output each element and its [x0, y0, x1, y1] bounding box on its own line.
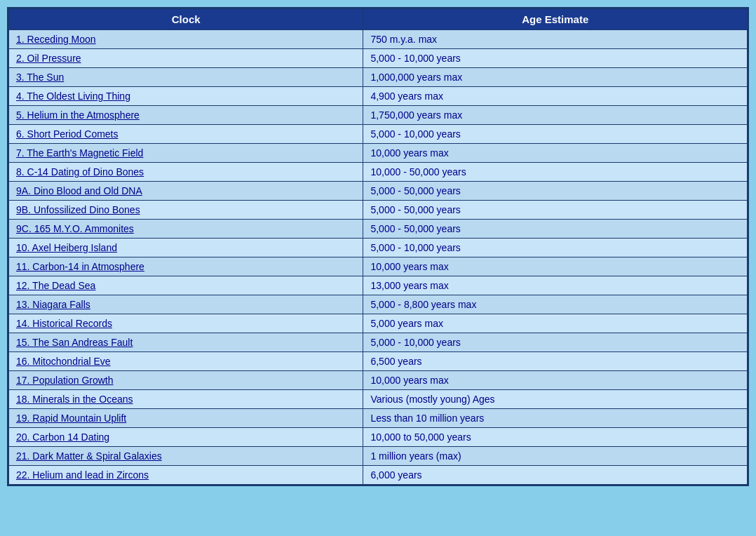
header-clock: Clock [9, 9, 363, 30]
cell-clock: 9B. Unfossilized Dino Bones [9, 201, 363, 220]
cell-age: 5,000 - 50,000 years [363, 201, 748, 220]
table-row: 8. C-14 Dating of Dino Bones10,000 - 50,… [9, 163, 748, 182]
table-row: 19. Rapid Mountain UpliftLess than 10 mi… [9, 409, 748, 428]
cell-clock: 21. Dark Matter & Spiral Galaxies [9, 447, 363, 466]
cell-clock: 16. Mitochondrial Eve [9, 352, 363, 371]
cell-clock: 15. The San Andreas Fault [9, 333, 363, 352]
header-age-estimate: Age Estimate [363, 9, 748, 30]
table-row: 22. Helium and lead in Zircons6,000 year… [9, 466, 748, 485]
cell-age: Less than 10 million years [363, 409, 748, 428]
table-row: 7. The Earth's Magnetic Field10,000 year… [9, 144, 748, 163]
cell-age: 13,000 years max [363, 276, 748, 295]
table-row: 14. Historical Records5,000 years max [9, 314, 748, 333]
table-row: 20. Carbon 14 Dating10,000 to 50,000 yea… [9, 428, 748, 447]
table-row: 3. The Sun1,000,000 years max [9, 68, 748, 87]
table-row: 13. Niagara Falls5,000 - 8,800 years max [9, 295, 748, 314]
table-row: 21. Dark Matter & Spiral Galaxies1 milli… [9, 447, 748, 466]
cell-clock: 19. Rapid Mountain Uplift [9, 409, 363, 428]
cell-clock: 20. Carbon 14 Dating [9, 428, 363, 447]
cell-clock: 14. Historical Records [9, 314, 363, 333]
cell-age: 10,000 years max [363, 371, 748, 390]
cell-age: 6,000 years [363, 466, 748, 485]
cell-age: 10,000 years max [363, 257, 748, 276]
cell-age: 5,000 - 10,000 years [363, 239, 748, 257]
cell-clock: 2. Oil Pressure [9, 49, 363, 68]
cell-clock: 3. The Sun [9, 68, 363, 87]
table-row: 6. Short Period Comets5,000 - 10,000 yea… [9, 125, 748, 144]
cell-age: Various (mostly young) Ages [363, 390, 748, 409]
table-row: 1. Receding Moon750 m.y.a. max [9, 30, 748, 49]
cell-clock: 1. Receding Moon [9, 30, 363, 49]
cell-clock: 5. Helium in the Atmosphere [9, 106, 363, 125]
cell-age: 10,000 - 50,000 years [363, 163, 748, 182]
cell-clock: 17. Population Growth [9, 371, 363, 390]
cell-age: 6,500 years [363, 352, 748, 371]
table-row: 9B. Unfossilized Dino Bones5,000 - 50,00… [9, 201, 748, 220]
cell-clock: 18. Minerals in the Oceans [9, 390, 363, 409]
table-row: 2. Oil Pressure5,000 - 10,000 years [9, 49, 748, 68]
table-row: 11. Carbon-14 in Atmosphere10,000 years … [9, 257, 748, 276]
cell-age: 1,750,000 years max [363, 106, 748, 125]
cell-age: 10,000 years max [363, 144, 748, 163]
cell-age: 5,000 years max [363, 314, 748, 333]
table-row: 17. Population Growth10,000 years max [9, 371, 748, 390]
table-header-row: Clock Age Estimate [9, 9, 748, 30]
table-row: 5. Helium in the Atmosphere1,750,000 yea… [9, 106, 748, 125]
table-row: 18. Minerals in the OceansVarious (mostl… [9, 390, 748, 409]
table-row: 15. The San Andreas Fault5,000 - 10,000 … [9, 333, 748, 352]
table-row: 9C. 165 M.Y.O. Ammonites5,000 - 50,000 y… [9, 220, 748, 239]
cell-clock: 10. Axel Heiberg Island [9, 239, 363, 257]
clocks-table: Clock Age Estimate 1. Receding Moon750 m… [8, 8, 748, 485]
cell-age: 1,000,000 years max [363, 68, 748, 87]
cell-age: 750 m.y.a. max [363, 30, 748, 49]
table-row: 10. Axel Heiberg Island5,000 - 10,000 ye… [9, 239, 748, 257]
cell-age: 5,000 - 10,000 years [363, 125, 748, 144]
cell-clock: 7. The Earth's Magnetic Field [9, 144, 363, 163]
cell-age: 5,000 - 10,000 years [363, 49, 748, 68]
table-row: 16. Mitochondrial Eve6,500 years [9, 352, 748, 371]
table-row: 4. The Oldest Living Thing4,900 years ma… [9, 87, 748, 106]
cell-clock: 9A. Dino Blood and Old DNA [9, 182, 363, 201]
cell-clock: 4. The Oldest Living Thing [9, 87, 363, 106]
cell-clock: 6. Short Period Comets [9, 125, 363, 144]
table-row: 12. The Dead Sea13,000 years max [9, 276, 748, 295]
cell-clock: 22. Helium and lead in Zircons [9, 466, 363, 485]
cell-age: 5,000 - 50,000 years [363, 220, 748, 239]
cell-age: 5,000 - 8,800 years max [363, 295, 748, 314]
cell-age: 4,900 years max [363, 87, 748, 106]
main-table-container: Clock Age Estimate 1. Receding Moon750 m… [7, 7, 749, 486]
cell-age: 10,000 to 50,000 years [363, 428, 748, 447]
cell-clock: 8. C-14 Dating of Dino Bones [9, 163, 363, 182]
cell-age: 5,000 - 50,000 years [363, 182, 748, 201]
cell-age: 5,000 - 10,000 years [363, 333, 748, 352]
cell-clock: 12. The Dead Sea [9, 276, 363, 295]
table-row: 9A. Dino Blood and Old DNA5,000 - 50,000… [9, 182, 748, 201]
cell-clock: 9C. 165 M.Y.O. Ammonites [9, 220, 363, 239]
cell-age: 1 million years (max) [363, 447, 748, 466]
cell-clock: 11. Carbon-14 in Atmosphere [9, 257, 363, 276]
cell-clock: 13. Niagara Falls [9, 295, 363, 314]
